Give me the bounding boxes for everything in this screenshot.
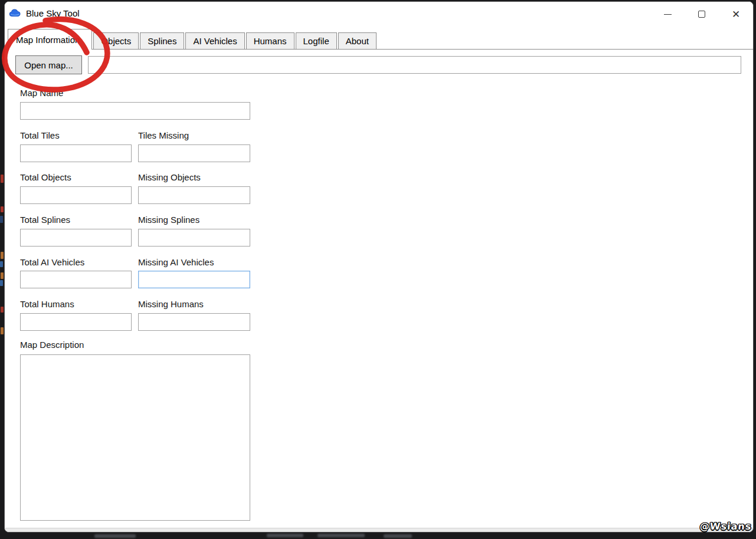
close-button[interactable]: ✕ [719, 2, 753, 27]
missing-splines-input[interactable] [138, 229, 250, 247]
window-bottom-edge [5, 528, 753, 532]
missing-ai-vehicles-input[interactable] [138, 271, 250, 288]
missing-objects-label: Missing Objects [138, 172, 250, 182]
tab-ai-vehicles[interactable]: AI Vehicles [185, 32, 244, 50]
map-description-textarea[interactable] [20, 354, 250, 521]
maximize-button[interactable] [685, 2, 719, 27]
map-description-label: Map Description [20, 340, 84, 350]
backdrop-speck [1, 272, 4, 279]
total-humans-label: Total Humans [20, 299, 132, 309]
window-controls: ✕ [650, 2, 753, 27]
backdrop-speck [1, 307, 4, 313]
backdrop-speck [1, 327, 4, 334]
total-humans-input[interactable] [20, 313, 132, 331]
missing-splines-label: Missing Splines [138, 215, 250, 225]
map-information-panel: Open map... Map Name Total Tiles Tiles M… [5, 50, 753, 528]
missing-humans-label: Missing Humans [138, 299, 250, 309]
backdrop-speck [0, 216, 3, 223]
tab-about[interactable]: About [338, 32, 377, 50]
total-ai-vehicles-input[interactable] [20, 271, 132, 288]
map-path-input[interactable] [88, 56, 741, 74]
tab-label: About [346, 36, 369, 46]
window-title: Blue Sky Tool [26, 8, 80, 18]
total-tiles-label: Total Tiles [20, 130, 132, 140]
maximize-icon [698, 11, 705, 18]
tiles-missing-label: Tiles Missing [138, 130, 250, 140]
minimize-icon [664, 14, 672, 15]
tab-logfile[interactable]: Logfile [296, 32, 337, 50]
backdrop-speck [1, 252, 4, 259]
tab-splines[interactable]: Splines [140, 32, 184, 50]
tab-label: AI Vehicles [193, 36, 237, 46]
backdrop-smudge [267, 534, 303, 537]
total-tiles-input[interactable] [20, 144, 132, 162]
open-map-button[interactable]: Open map... [15, 55, 82, 74]
backdrop-speck [0, 261, 3, 267]
backdrop-speck [0, 280, 3, 286]
missing-humans-input[interactable] [138, 313, 250, 331]
map-name-label: Map Name [20, 88, 63, 98]
missing-objects-input[interactable] [138, 186, 250, 204]
map-name-input[interactable] [20, 102, 250, 120]
titlebar: Blue Sky Tool ✕ [5, 2, 753, 28]
backdrop-speck [1, 175, 4, 183]
app-window: Blue Sky Tool ✕ Map Information Objects … [4, 1, 754, 533]
backdrop-smudge [94, 534, 136, 538]
tab-label: Logfile [303, 36, 329, 46]
tab-label: Objects [101, 36, 131, 46]
backdrop-speck [1, 206, 4, 212]
total-splines-input[interactable] [20, 229, 132, 247]
total-objects-input[interactable] [20, 186, 132, 204]
total-ai-vehicles-label: Total AI Vehicles [20, 257, 132, 267]
backdrop-smudge [384, 534, 412, 538]
total-objects-label: Total Objects [20, 172, 132, 182]
tab-map-information[interactable]: Map Information [8, 29, 92, 50]
tab-label: Humans [254, 36, 287, 46]
blue-cloud-icon [9, 8, 22, 18]
missing-ai-vehicles-label: Missing AI Vehicles [138, 257, 250, 267]
tab-label: Splines [148, 36, 176, 46]
backdrop-smudge [318, 534, 365, 537]
tiles-missing-input[interactable] [138, 144, 250, 162]
close-icon: ✕ [732, 9, 740, 19]
minimize-button[interactable] [650, 2, 685, 27]
tab-objects[interactable]: Objects [93, 32, 139, 50]
tabstrip: Map Information Objects Splines AI Vehic… [8, 29, 377, 50]
tab-label: Map Information [16, 35, 80, 45]
tab-humans[interactable]: Humans [246, 32, 294, 50]
total-splines-label: Total Splines [20, 215, 132, 225]
